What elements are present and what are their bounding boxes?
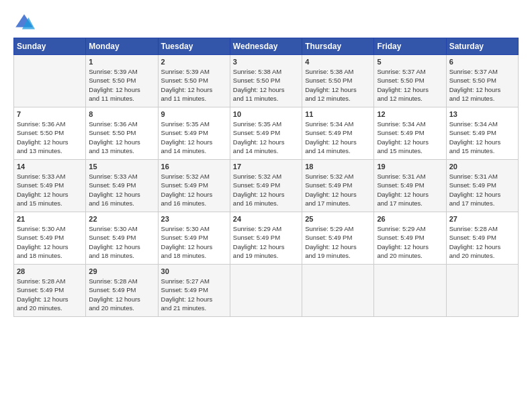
- day-info: Sunrise: 5:34 AMSunset: 5:49 PMDaylight:…: [377, 120, 443, 155]
- calendar-cell: 28Sunrise: 5:28 AMSunset: 5:49 PMDayligh…: [14, 265, 86, 317]
- calendar-cell: 15Sunrise: 5:33 AMSunset: 5:49 PMDayligh…: [86, 160, 158, 212]
- week-row-2: 7Sunrise: 5:36 AMSunset: 5:50 PMDaylight…: [14, 107, 519, 160]
- day-info: Sunrise: 5:35 AMSunset: 5:49 PMDaylight:…: [161, 120, 227, 155]
- day-info: Sunrise: 5:38 AMSunset: 5:50 PMDaylight:…: [305, 67, 371, 103]
- day-info: Sunrise: 5:32 AMSunset: 5:49 PMDaylight:…: [233, 172, 299, 208]
- day-number: 27: [449, 215, 515, 223]
- calendar-cell: 13Sunrise: 5:34 AMSunset: 5:49 PMDayligh…: [446, 107, 518, 160]
- calendar-body: 1Sunrise: 5:39 AMSunset: 5:50 PMDaylight…: [14, 55, 519, 317]
- calendar-cell: [230, 265, 302, 317]
- day-number: 17: [233, 163, 299, 171]
- calendar-cell: [302, 265, 374, 317]
- day-number: 20: [449, 163, 515, 171]
- day-number: 13: [449, 110, 515, 118]
- calendar-cell: 22Sunrise: 5:30 AMSunset: 5:49 PMDayligh…: [86, 212, 158, 265]
- day-number: 28: [17, 267, 83, 275]
- day-info: Sunrise: 5:31 AMSunset: 5:49 PMDaylight:…: [377, 172, 443, 208]
- day-number: 1: [89, 58, 154, 66]
- day-info: Sunrise: 5:29 AMSunset: 5:49 PMDaylight:…: [233, 224, 299, 260]
- day-info: Sunrise: 5:38 AMSunset: 5:50 PMDaylight:…: [233, 67, 299, 103]
- day-info: Sunrise: 5:34 AMSunset: 5:49 PMDaylight:…: [449, 120, 515, 155]
- header-cell-thursday: Thursday: [302, 38, 374, 55]
- day-info: Sunrise: 5:39 AMSunset: 5:50 PMDaylight:…: [89, 67, 154, 103]
- header-row: SundayMondayTuesdayWednesdayThursdayFrid…: [14, 38, 519, 55]
- calendar-cell: 6Sunrise: 5:37 AMSunset: 5:50 PMDaylight…: [446, 55, 518, 107]
- day-info: Sunrise: 5:30 AMSunset: 5:49 PMDaylight:…: [17, 224, 83, 260]
- calendar-cell: 30Sunrise: 5:27 AMSunset: 5:49 PMDayligh…: [158, 265, 230, 317]
- day-number: 4: [305, 58, 371, 66]
- header-cell-monday: Monday: [86, 38, 158, 55]
- calendar-cell: [446, 265, 518, 317]
- week-row-1: 1Sunrise: 5:39 AMSunset: 5:50 PMDaylight…: [14, 55, 519, 107]
- calendar-cell: 12Sunrise: 5:34 AMSunset: 5:49 PMDayligh…: [374, 107, 446, 160]
- calendar-cell: 7Sunrise: 5:36 AMSunset: 5:50 PMDaylight…: [14, 107, 86, 160]
- week-row-5: 28Sunrise: 5:28 AMSunset: 5:49 PMDayligh…: [14, 265, 519, 317]
- calendar-cell: 9Sunrise: 5:35 AMSunset: 5:49 PMDaylight…: [158, 107, 230, 160]
- day-info: Sunrise: 5:37 AMSunset: 5:50 PMDaylight:…: [377, 67, 443, 103]
- calendar-cell: 1Sunrise: 5:39 AMSunset: 5:50 PMDaylight…: [86, 55, 158, 107]
- day-info: Sunrise: 5:36 AMSunset: 5:50 PMDaylight:…: [89, 120, 154, 155]
- day-number: 12: [377, 110, 443, 118]
- day-number: 22: [89, 215, 154, 223]
- day-info: Sunrise: 5:34 AMSunset: 5:49 PMDaylight:…: [305, 120, 371, 155]
- day-number: 30: [161, 267, 227, 275]
- day-number: 16: [161, 163, 227, 171]
- day-number: 25: [305, 215, 371, 223]
- header-cell-friday: Friday: [374, 38, 446, 55]
- day-number: 7: [17, 110, 83, 118]
- day-number: 15: [89, 163, 154, 171]
- calendar-cell: [14, 55, 86, 107]
- logo-icon: [13, 12, 35, 34]
- calendar-cell: 27Sunrise: 5:28 AMSunset: 5:49 PMDayligh…: [446, 212, 518, 265]
- calendar-cell: 18Sunrise: 5:32 AMSunset: 5:49 PMDayligh…: [302, 160, 374, 212]
- day-info: Sunrise: 5:28 AMSunset: 5:49 PMDaylight:…: [89, 277, 154, 312]
- header-cell-sunday: Sunday: [14, 38, 86, 55]
- calendar-cell: 2Sunrise: 5:39 AMSunset: 5:50 PMDaylight…: [158, 55, 230, 107]
- day-number: 8: [89, 110, 154, 118]
- header: [13, 12, 519, 34]
- day-info: Sunrise: 5:36 AMSunset: 5:50 PMDaylight:…: [17, 120, 83, 155]
- day-number: 3: [233, 58, 299, 66]
- page: SundayMondayTuesdayWednesdayThursdayFrid…: [0, 0, 532, 411]
- day-number: 9: [161, 110, 227, 118]
- day-info: Sunrise: 5:35 AMSunset: 5:49 PMDaylight:…: [233, 120, 299, 155]
- day-number: 24: [233, 215, 299, 223]
- day-info: Sunrise: 5:33 AMSunset: 5:49 PMDaylight:…: [17, 172, 83, 208]
- day-number: 5: [377, 58, 443, 66]
- week-row-3: 14Sunrise: 5:33 AMSunset: 5:49 PMDayligh…: [14, 160, 519, 212]
- day-info: Sunrise: 5:28 AMSunset: 5:49 PMDaylight:…: [17, 277, 83, 312]
- calendar-cell: 10Sunrise: 5:35 AMSunset: 5:49 PMDayligh…: [230, 107, 302, 160]
- day-info: Sunrise: 5:30 AMSunset: 5:49 PMDaylight:…: [161, 224, 227, 260]
- day-info: Sunrise: 5:33 AMSunset: 5:49 PMDaylight:…: [89, 172, 154, 208]
- calendar-cell: 3Sunrise: 5:38 AMSunset: 5:50 PMDaylight…: [230, 55, 302, 107]
- calendar-table: SundayMondayTuesdayWednesdayThursdayFrid…: [13, 38, 519, 317]
- day-number: 29: [89, 267, 154, 275]
- day-info: Sunrise: 5:31 AMSunset: 5:49 PMDaylight:…: [449, 172, 515, 208]
- day-info: Sunrise: 5:29 AMSunset: 5:49 PMDaylight:…: [305, 224, 371, 260]
- day-info: Sunrise: 5:30 AMSunset: 5:49 PMDaylight:…: [89, 224, 154, 260]
- day-info: Sunrise: 5:28 AMSunset: 5:49 PMDaylight:…: [449, 224, 515, 260]
- day-number: 19: [377, 163, 443, 171]
- header-cell-tuesday: Tuesday: [158, 38, 230, 55]
- week-row-4: 21Sunrise: 5:30 AMSunset: 5:49 PMDayligh…: [14, 212, 519, 265]
- calendar-cell: 8Sunrise: 5:36 AMSunset: 5:50 PMDaylight…: [86, 107, 158, 160]
- calendar-cell: 26Sunrise: 5:29 AMSunset: 5:49 PMDayligh…: [374, 212, 446, 265]
- day-number: 23: [161, 215, 227, 223]
- day-info: Sunrise: 5:29 AMSunset: 5:49 PMDaylight:…: [377, 224, 443, 260]
- day-info: Sunrise: 5:32 AMSunset: 5:49 PMDaylight:…: [305, 172, 371, 208]
- calendar-cell: 25Sunrise: 5:29 AMSunset: 5:49 PMDayligh…: [302, 212, 374, 265]
- calendar-cell: 4Sunrise: 5:38 AMSunset: 5:50 PMDaylight…: [302, 55, 374, 107]
- day-info: Sunrise: 5:39 AMSunset: 5:50 PMDaylight:…: [161, 67, 227, 103]
- day-number: 11: [305, 110, 371, 118]
- logo: [13, 12, 38, 34]
- calendar-cell: 16Sunrise: 5:32 AMSunset: 5:49 PMDayligh…: [158, 160, 230, 212]
- calendar-cell: 23Sunrise: 5:30 AMSunset: 5:49 PMDayligh…: [158, 212, 230, 265]
- calendar-header: SundayMondayTuesdayWednesdayThursdayFrid…: [14, 38, 519, 55]
- day-info: Sunrise: 5:37 AMSunset: 5:50 PMDaylight:…: [449, 67, 515, 103]
- day-info: Sunrise: 5:32 AMSunset: 5:49 PMDaylight:…: [161, 172, 227, 208]
- day-number: 18: [305, 163, 371, 171]
- day-number: 2: [161, 58, 227, 66]
- calendar-cell: 29Sunrise: 5:28 AMSunset: 5:49 PMDayligh…: [86, 265, 158, 317]
- calendar-cell: 24Sunrise: 5:29 AMSunset: 5:49 PMDayligh…: [230, 212, 302, 265]
- header-cell-saturday: Saturday: [446, 38, 518, 55]
